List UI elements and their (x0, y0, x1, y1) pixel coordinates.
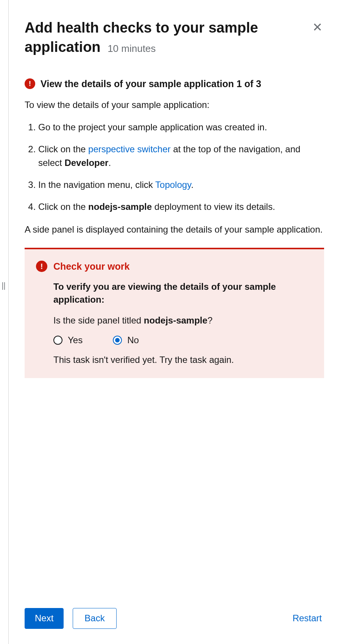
list-item: Go to the project your sample applicatio… (38, 120, 324, 134)
exclamation-circle-icon: ! (36, 261, 47, 272)
topology-link[interactable]: Topology (155, 180, 191, 190)
list-item: In the navigation menu, click Topology. (38, 178, 324, 192)
list-item: Click on the perspective switcher at the… (38, 142, 324, 170)
check-your-work-box: ! Check your work To verify you are view… (25, 248, 324, 378)
check-feedback: This task isn't verified yet. Try the ta… (53, 355, 313, 365)
quickstart-panel: Add health checks to your sample applica… (8, 0, 340, 644)
list-item: Click on the nodejs-sample deployment to… (38, 200, 324, 214)
check-instruction: To verify you are viewing the details of… (53, 280, 313, 306)
radio-group: Yes No (53, 335, 313, 345)
page-title: Add health checks to your sample applica… (25, 18, 307, 57)
step-outro: A side panel is displayed containing the… (25, 223, 324, 236)
duration-label: 10 minutes (108, 43, 156, 54)
close-button[interactable]: ✕ (311, 20, 324, 34)
check-question: Is the side panel titled nodejs-sample? (53, 315, 313, 326)
radio-label: Yes (68, 335, 83, 345)
step-header: ! View the details of your sample applic… (25, 78, 324, 89)
drawer-resize-handle[interactable] (1, 282, 6, 290)
panel-header: Add health checks to your sample applica… (25, 18, 324, 57)
radio-option-no[interactable]: No (113, 335, 139, 345)
check-title: Check your work (53, 261, 129, 272)
exclamation-circle-icon: ! (25, 78, 35, 89)
close-icon: ✕ (312, 20, 323, 34)
next-button[interactable]: Next (25, 608, 64, 629)
radio-icon (113, 336, 122, 345)
back-button[interactable]: Back (73, 608, 116, 629)
panel-content: ! View the details of your sample applic… (25, 78, 324, 597)
panel-footer: Next Back Restart (25, 597, 324, 629)
step-title: View the details of your sample applicat… (41, 78, 261, 89)
check-body: To verify you are viewing the details of… (36, 280, 313, 365)
perspective-switcher-link[interactable]: perspective switcher (88, 144, 170, 154)
restart-button[interactable]: Restart (283, 608, 324, 628)
step-list: Go to the project your sample applicatio… (25, 120, 324, 214)
radio-option-yes[interactable]: Yes (53, 335, 83, 345)
check-header: ! Check your work (36, 261, 313, 272)
step-intro: To view the details of your sample appli… (25, 98, 324, 112)
radio-icon (53, 336, 62, 345)
radio-label: No (127, 335, 139, 345)
